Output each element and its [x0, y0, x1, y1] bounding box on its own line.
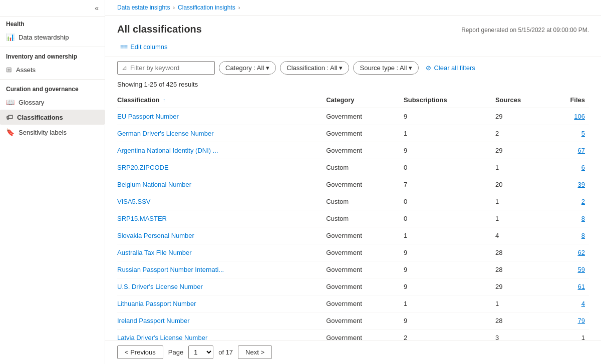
subscriptions-cell: 9 [404, 244, 495, 261]
edit-columns-button[interactable]: ≡≡ Edit columns [117, 41, 171, 53]
table-row: U.S. Driver's License NumberGovernment92… [117, 278, 589, 295]
subscriptions-cell: 0 [404, 159, 495, 176]
files-link[interactable]: 62 [578, 249, 585, 256]
files-link[interactable]: 8 [581, 232, 585, 239]
sidebar-section-inventory[interactable]: Inventory and ownership [0, 49, 105, 62]
of-label: of 17 [218, 348, 233, 356]
col-sources[interactable]: Sources [495, 92, 554, 108]
files-link[interactable]: 61 [578, 283, 585, 290]
sources-cell: 4 [495, 227, 554, 244]
files-link[interactable]: 106 [574, 113, 585, 120]
classification-link[interactable]: German Driver's License Number [117, 130, 214, 137]
sidebar-item-classifications[interactable]: 🏷 Classifications [0, 110, 105, 125]
breadcrumb: Data estate insights › Classification in… [105, 0, 601, 16]
results-count: Showing 1-25 of 425 results [105, 79, 601, 92]
table-row: SRP15.MASTERCustom018 [117, 210, 589, 227]
sidebar-section-health[interactable]: Health [0, 17, 105, 30]
files-cell: 61 [554, 278, 589, 295]
sidebar-divider-2 [0, 79, 105, 80]
sidebar-item-data-stewardship[interactable]: 📊 Data stewardship [0, 30, 105, 45]
classification-link[interactable]: SRP20.ZIPCODE [117, 164, 169, 171]
files-link[interactable]: 6 [581, 164, 585, 171]
classification-link[interactable]: Belgium National Number [117, 181, 191, 188]
files-cell: 5 [554, 125, 589, 142]
files-link[interactable]: 67 [578, 147, 585, 154]
classification-link[interactable]: EU Passport Number [117, 113, 179, 120]
category-cell: Custom [326, 210, 404, 227]
table-container: Classification ↑ Category Subscriptions … [105, 92, 601, 340]
files-cell: 67 [554, 142, 589, 159]
sidebar-section-curation[interactable]: Curation and governance [0, 82, 105, 95]
filter-category-chevron: ▾ [266, 64, 269, 72]
collapse-icon[interactable]: « [93, 3, 101, 13]
category-cell: Government [326, 312, 404, 329]
classification-link[interactable]: Ireland Passport Number [117, 317, 190, 324]
next-button[interactable]: Next > [238, 345, 272, 359]
classification-link[interactable]: Russian Passport Number Internati... [117, 266, 224, 273]
toolbar: ≡≡ Edit columns [105, 39, 601, 57]
col-category[interactable]: Category [326, 92, 404, 108]
subscriptions-cell: 7 [404, 176, 495, 193]
category-cell: Government [326, 108, 404, 125]
page-label: Page [168, 348, 183, 356]
table-header-row: Classification ↑ Category Subscriptions … [117, 92, 589, 108]
classification-link[interactable]: U.S. Driver's License Number [117, 283, 203, 290]
category-cell: Government [326, 142, 404, 159]
sources-cell: 28 [495, 244, 554, 261]
glossary-icon: 📖 [6, 98, 15, 106]
breadcrumb-data-estate[interactable]: Data estate insights [117, 4, 170, 11]
files-link[interactable]: 4 [581, 300, 585, 307]
classification-link[interactable]: Argentina National Identity (DNI) ... [117, 147, 218, 154]
filter-classification-chevron: ▾ [339, 64, 343, 72]
sidebar-collapse-button[interactable]: « [0, 0, 105, 17]
filters-bar: ⊿ Category : All ▾ Classification : All … [105, 57, 601, 79]
page-select[interactable]: 1234567891011121314151617 [188, 345, 213, 359]
files-cell: 39 [554, 176, 589, 193]
filter-source-type-chip[interactable]: Source type : All ▾ [353, 61, 419, 75]
col-classification[interactable]: Classification ↑ [117, 92, 326, 108]
table-row: SRP20.ZIPCODECustom016 [117, 159, 589, 176]
filter-keyword-input[interactable] [130, 64, 210, 72]
files-link[interactable]: 79 [578, 317, 585, 324]
classification-link[interactable]: Latvia Driver's License Number [117, 334, 207, 340]
sources-cell: 3 [495, 329, 554, 340]
previous-button[interactable]: < Previous [117, 345, 163, 359]
breadcrumb-sep-1: › [173, 5, 175, 11]
files-link[interactable]: 8 [581, 215, 585, 222]
page-header: All classifications Report generated on … [105, 16, 601, 39]
table-row: Argentina National Identity (DNI) ...Gov… [117, 142, 589, 159]
files-link[interactable]: 2 [581, 198, 585, 205]
sidebar-item-glossary[interactable]: 📖 Glossary [0, 95, 105, 110]
col-files[interactable]: Files [554, 92, 589, 108]
classification-link[interactable]: Slovakia Personal Number [117, 232, 194, 239]
filter-classification-chip[interactable]: Classification : All ▾ [280, 61, 349, 75]
breadcrumb-classification-insights[interactable]: Classification insights [178, 4, 235, 11]
table-row: Latvia Driver's License NumberGovernment… [117, 329, 589, 340]
files-link[interactable]: 39 [578, 181, 585, 188]
classification-link[interactable]: Australia Tax File Number [117, 249, 192, 256]
files-cell: 8 [554, 227, 589, 244]
files-link[interactable]: 59 [578, 266, 585, 273]
sensitivity-labels-icon: 🔖 [6, 128, 15, 136]
sidebar-item-assets[interactable]: ⊞ Assets [0, 62, 105, 77]
subscriptions-cell: 0 [404, 193, 495, 210]
category-cell: Government [326, 261, 404, 278]
clear-filters-icon: ⊘ [426, 64, 431, 72]
sidebar-divider-1 [0, 47, 105, 47]
subscriptions-cell: 1 [404, 125, 495, 142]
classification-link[interactable]: VISA5.SSV [117, 198, 150, 205]
subscriptions-cell: 0 [404, 210, 495, 227]
sources-cell: 29 [495, 142, 554, 159]
col-subscriptions[interactable]: Subscriptions [404, 92, 495, 108]
sidebar-item-sensitivity-labels[interactable]: 🔖 Sensitivity labels [0, 125, 105, 140]
files-cell: 79 [554, 312, 589, 329]
table-row: Slovakia Personal NumberGovernment148 [117, 227, 589, 244]
filter-category-chip[interactable]: Category : All ▾ [219, 61, 276, 75]
report-date: Report generated on 5/15/2022 at 09:00:0… [461, 27, 589, 34]
edit-columns-icon: ≡≡ [120, 43, 128, 51]
classification-link[interactable]: SRP15.MASTER [117, 215, 167, 222]
files-link[interactable]: 5 [581, 130, 585, 137]
sources-cell: 1 [495, 159, 554, 176]
clear-filters-button[interactable]: ⊘ Clear all filters [423, 62, 478, 74]
classification-link[interactable]: Lithuania Passport Number [117, 300, 196, 307]
